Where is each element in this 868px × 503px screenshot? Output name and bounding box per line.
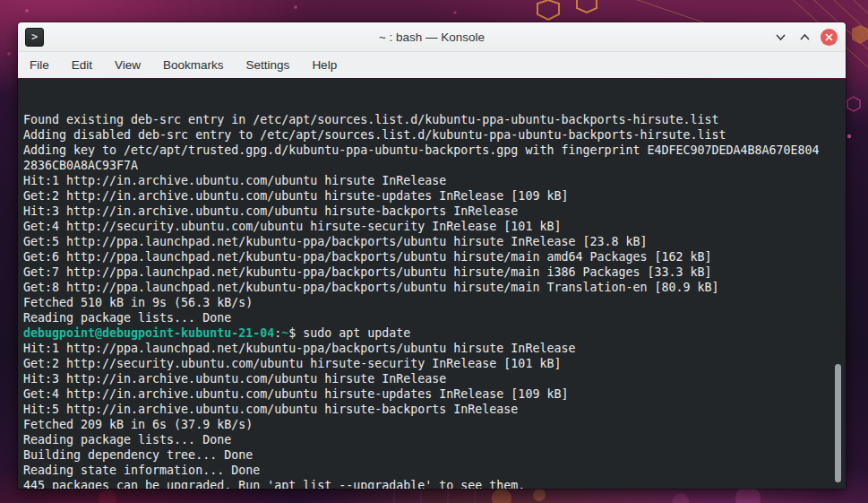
terminal-line: Hit:3 http://in.archive.ubuntu.com/ubunt…	[23, 371, 833, 386]
chevron-down-icon	[774, 30, 787, 44]
terminal-line: Get:7 http://ppa.launchpad.net/kubuntu-p…	[23, 265, 833, 280]
close-button[interactable]	[821, 29, 838, 46]
minimize-button[interactable]	[772, 30, 788, 46]
terminal-output: Found existing deb-src entry in /etc/apt…	[23, 112, 833, 489]
terminal-line: Hit:5 http://in.archive.ubuntu.com/ubunt…	[23, 402, 833, 417]
titlebar[interactable]: > ~ : bash — Konsole	[18, 22, 846, 52]
terminal-line: debugpoint@debugpoint-kubuntu-21-04:~$ s…	[23, 325, 833, 341]
chevron-up-icon	[798, 30, 812, 44]
terminal-line: Reading state information... Done	[23, 463, 833, 478]
terminal-area[interactable]: Found existing deb-src entry in /etc/apt…	[18, 79, 846, 489]
terminal-line: Get:6 http://ppa.launchpad.net/kubuntu-p…	[23, 249, 833, 265]
terminal-line: Get:4 http://security.ubuntu.com/ubuntu …	[23, 219, 833, 234]
menu-item-view[interactable]: View	[115, 58, 141, 72]
menu-item-bookmarks[interactable]: Bookmarks	[163, 58, 224, 72]
menubar: FileEditViewBookmarksSettingsHelp	[18, 52, 846, 78]
menu-item-file[interactable]: File	[30, 58, 49, 72]
terminal-line: Reading package lists... Done	[23, 432, 833, 447]
menu-item-edit[interactable]: Edit	[72, 58, 92, 72]
terminal-line: 445 packages can be upgraded. Run 'apt l…	[23, 478, 833, 489]
konsole-window: > ~ : bash — Konsole FileEditViewBookmar	[18, 22, 846, 489]
terminal-line: Adding disabled deb-src entry to /etc/ap…	[23, 127, 833, 143]
terminal-line: Adding key to /etc/apt/trusted.gpg.d/kub…	[23, 143, 833, 158]
terminal-line: Get:2 http://security.ubuntu.com/ubuntu …	[23, 356, 833, 371]
terminal-line: Building dependency tree... Done	[23, 447, 833, 463]
terminal-line: Fetched 510 kB in 9s (56.3 kB/s)	[23, 295, 833, 310]
terminal-line: Fetched 209 kB in 6s (37.9 kB/s)	[23, 417, 833, 432]
terminal-line: Reading package lists... Done	[23, 310, 833, 325]
close-icon	[824, 32, 834, 42]
maximize-button[interactable]	[796, 30, 812, 46]
terminal-line: Get:5 http://ppa.launchpad.net/kubuntu-p…	[23, 234, 833, 249]
window-controls	[772, 22, 838, 52]
terminal-line: Found existing deb-src entry in /etc/apt…	[23, 112, 833, 127]
menu-item-help[interactable]: Help	[312, 58, 337, 72]
terminal-line: Get:4 http://in.archive.ubuntu.com/ubunt…	[23, 386, 833, 402]
terminal-line: Get:8 http://ppa.launchpad.net/kubuntu-p…	[23, 280, 833, 295]
menu-item-settings[interactable]: Settings	[246, 58, 290, 72]
scrollbar-thumb[interactable]	[835, 364, 841, 482]
terminal-line: Hit:3 http://in.archive.ubuntu.com/ubunt…	[23, 204, 833, 219]
terminal-line: Hit:1 http://in.archive.ubuntu.com/ubunt…	[23, 173, 833, 188]
terminal-line: Get:2 http://in.archive.ubuntu.com/ubunt…	[23, 188, 833, 204]
terminal-line: Hit:1 http://ppa.launchpad.net/kubuntu-p…	[23, 341, 833, 356]
window-title: ~ : bash — Konsole	[18, 30, 846, 44]
terminal-line: 2836CB0A8AC93F7A	[23, 158, 833, 173]
